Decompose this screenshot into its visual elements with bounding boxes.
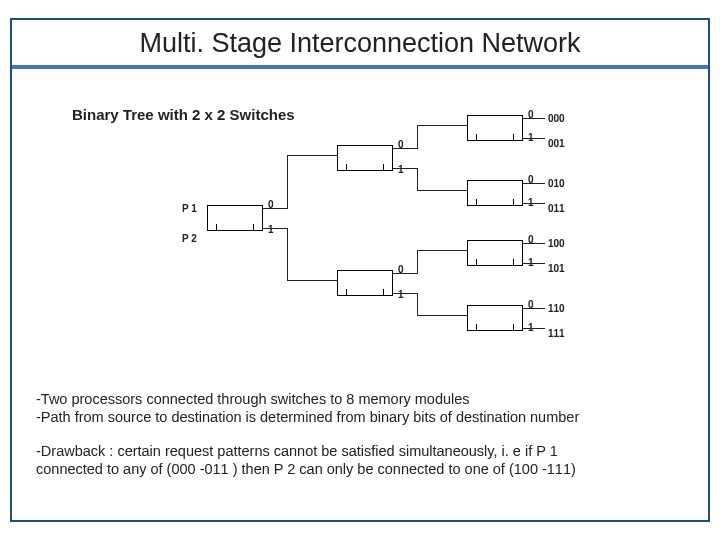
note-line-1: -Two processors connected through switch…	[36, 391, 470, 407]
mem-001: 001	[548, 138, 565, 149]
mem-000: 000	[548, 113, 565, 124]
wire-s1-top-v	[287, 155, 288, 209]
proc-p2: P 2	[182, 233, 197, 244]
mem-101: 101	[548, 263, 565, 274]
wire-s2b-0-h2	[417, 250, 467, 251]
switch-stage3-c	[467, 240, 523, 266]
switch-stage2-bot	[337, 270, 393, 296]
wire-s2t-0-v	[417, 125, 418, 149]
wire-s1-bot-h1	[263, 228, 287, 229]
mem-111: 111	[548, 328, 565, 339]
network-diagram: P 1 P 2 0 1 0 1 0 1	[12, 100, 708, 360]
wire-s2b-1-h1	[393, 293, 417, 294]
slide-notes: -Two processors connected through switch…	[36, 390, 688, 495]
switch-stage2-top	[337, 145, 393, 171]
wire-s2t-0-h2	[417, 125, 467, 126]
switch-stage3-a	[467, 115, 523, 141]
wire-s2b-1-v	[417, 293, 418, 315]
mem-110: 110	[548, 303, 565, 314]
mem-100: 100	[548, 238, 565, 249]
bit-s2b-1: 1	[398, 289, 404, 300]
wire-s3c-1	[523, 263, 545, 264]
wire-s3a-0	[523, 118, 545, 119]
wire-s2b-1-h2	[417, 315, 467, 316]
wire-s1-bot-v	[287, 228, 288, 280]
wire-s2b-0-v	[417, 250, 418, 274]
wire-s2t-1-v	[417, 168, 418, 190]
switch-stage1	[207, 205, 263, 231]
slide-title: Multi. Stage Interconnection Network	[12, 20, 708, 65]
note-line-3: -Drawback : certain request patterns can…	[36, 443, 558, 459]
wire-s2b-0-h1	[393, 273, 417, 274]
wire-s3d-1	[523, 328, 545, 329]
slide-frame: Multi. Stage Interconnection Network Bin…	[10, 18, 710, 522]
title-divider	[12, 65, 708, 69]
bit-s1-1: 1	[268, 224, 274, 235]
wire-s2t-1-h1	[393, 168, 417, 169]
wire-s3c-0	[523, 243, 545, 244]
wire-s1-top-h1	[263, 208, 287, 209]
wire-s3d-0	[523, 308, 545, 309]
note-line-4: connected to any of (000 -011 ) then P 2…	[36, 461, 576, 477]
wire-s3b-1	[523, 203, 545, 204]
wire-s1-top-h2	[287, 155, 337, 156]
wire-s3a-1	[523, 138, 545, 139]
mem-010: 010	[548, 178, 565, 189]
wire-s2t-0-h1	[393, 148, 417, 149]
proc-p1: P 1	[182, 203, 197, 214]
bit-s2t-1: 1	[398, 164, 404, 175]
wire-s1-bot-h2	[287, 280, 337, 281]
switch-stage3-d	[467, 305, 523, 331]
mem-011: 011	[548, 203, 565, 214]
wire-s3b-0	[523, 183, 545, 184]
note-line-2: -Path from source to destination is dete…	[36, 409, 579, 425]
switch-stage3-b	[467, 180, 523, 206]
wire-s2t-1-h2	[417, 190, 467, 191]
